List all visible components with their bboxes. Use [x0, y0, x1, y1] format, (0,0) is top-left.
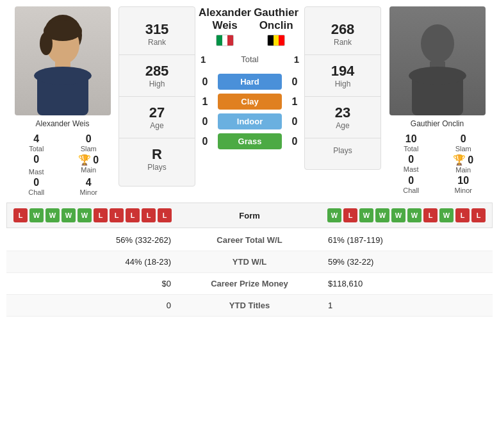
left-flag	[199, 35, 251, 47]
svg-point-7	[421, 24, 454, 63]
left-form-1: L	[13, 208, 28, 222]
left-rank-label: Rank	[119, 38, 195, 47]
career-wl-label: Career Total W/L	[180, 229, 319, 251]
trophy-icon-right: 🏆	[453, 154, 466, 166]
player-left-stats: 4 Total 0 Slam 0 Mast 🏆 0 Main	[6, 133, 119, 196]
left-minor-stat: 4 Minor	[65, 177, 113, 196]
right-player-name: GauthierOnclin	[251, 6, 301, 32]
left-high-label: High	[119, 79, 195, 88]
left-player-name: AlexanderWeis	[199, 6, 251, 32]
indoor-button[interactable]: Indoor	[218, 113, 282, 129]
left-form-8: L	[126, 208, 140, 222]
left-plays-block: R Plays	[119, 138, 195, 179]
trophy-icon-left: 🏆	[78, 154, 91, 166]
left-form-6: L	[94, 208, 108, 222]
svg-point-10	[409, 67, 466, 85]
total-label: Total	[241, 54, 258, 64]
left-rank-block: 315 Rank	[119, 13, 195, 55]
surface-row-hard: 0 Hard 0	[199, 74, 301, 90]
clay-right: 1	[288, 96, 301, 108]
clay-button[interactable]: Clay	[218, 94, 282, 110]
right-slam-stat: 0 Slam	[440, 133, 487, 153]
right-form-5: W	[391, 208, 405, 222]
stats-table: 56% (332-262) Career Total W/L 61% (187-…	[6, 229, 493, 317]
left-form-5: W	[78, 208, 92, 222]
grass-button[interactable]: Grass	[218, 133, 282, 149]
right-plays-block: Plays	[305, 138, 380, 163]
middle-names-row: AlexanderWeis GauthierOnclin	[199, 6, 301, 47]
player-left-name-label: Alexander Weis	[36, 119, 90, 128]
right-mast-stat: 0 Mast	[388, 154, 435, 174]
total-row: 1 Total 1	[200, 54, 299, 65]
left-name-block: AlexanderWeis	[199, 6, 251, 47]
right-age-value: 23	[305, 104, 380, 121]
right-form-10: L	[471, 208, 486, 222]
prize-label: Career Prize Money	[180, 273, 319, 295]
surface-row-grass: 0 Grass 0	[199, 133, 301, 149]
right-name-block: GauthierOnclin	[251, 6, 301, 47]
right-main-stat: 🏆 0 Main	[440, 154, 487, 174]
left-form-4: W	[61, 208, 76, 222]
left-age-value: 27	[119, 104, 195, 121]
right-age-block: 23 Age	[305, 97, 380, 138]
left-form-9: L	[142, 208, 156, 222]
left-form-10: L	[158, 208, 172, 222]
hard-left: 0	[199, 76, 211, 88]
right-form-3: W	[359, 208, 373, 222]
top-section: Alexander Weis 4 Total 0 Slam 0 Mast 🏆	[6, 6, 493, 196]
main-container: Alexander Weis 4 Total 0 Slam 0 Mast 🏆	[0, 0, 499, 323]
right-high-value: 194	[305, 63, 380, 79]
player-right-stats: 10 Total 0 Slam 0 Mast 🏆 0 Main	[381, 133, 493, 194]
grass-left: 0	[199, 136, 211, 147]
left-form-badges: L W W W W L L L L L	[13, 208, 172, 222]
hard-button[interactable]: Hard	[218, 74, 282, 90]
left-main-stat: 🏆 0 Main	[65, 154, 113, 176]
right-form-4: W	[375, 208, 389, 222]
right-plays-label: Plays	[305, 146, 380, 155]
titles-label: YTD Titles	[180, 295, 319, 317]
indoor-left: 0	[199, 116, 211, 128]
right-high-label: High	[305, 79, 380, 88]
right-form-badges: W L W W W W L W L L	[327, 208, 486, 222]
career-wl-left: 56% (332-262)	[6, 229, 180, 251]
surface-row-clay: 1 Clay 1	[199, 94, 301, 110]
left-plays-label: Plays	[119, 163, 195, 172]
svg-point-3	[40, 32, 53, 55]
right-rank-block: 268 Rank	[305, 13, 380, 55]
right-form-9: L	[455, 208, 470, 222]
player-right-photo	[389, 6, 486, 115]
left-slam-stat: 0 Slam	[65, 133, 113, 153]
right-flag	[251, 35, 301, 47]
clay-left: 1	[199, 96, 211, 108]
left-high-block: 285 High	[119, 55, 195, 97]
prize-right: $118,610	[319, 273, 493, 295]
left-plays-value: R	[119, 146, 195, 163]
indoor-right: 0	[288, 116, 301, 128]
ytd-wl-right: 59% (32-22)	[319, 251, 493, 273]
stats-row-1: 56% (332-262) Career Total W/L 61% (187-…	[6, 229, 493, 251]
right-age-label: Age	[305, 121, 380, 130]
hard-right: 0	[288, 76, 301, 88]
left-mast-stat: 0 Mast	[13, 154, 60, 176]
total-right-score: 1	[294, 54, 299, 65]
career-wl-right: 61% (187-119)	[319, 229, 493, 251]
right-form-8: W	[439, 208, 454, 222]
right-rank-label: Rank	[305, 38, 380, 47]
right-chall-stat: 0 Chall	[388, 175, 435, 194]
titles-left: 0	[6, 295, 180, 317]
player-left-photo	[15, 6, 111, 115]
left-form-7: L	[110, 208, 124, 222]
left-chall-stat: 0 Chall	[13, 177, 60, 196]
middle-section: AlexanderWeis GauthierOnclin 1 Total 1	[195, 6, 304, 149]
total-left-score: 1	[200, 54, 206, 65]
titles-right: 1	[319, 295, 493, 317]
stats-row-2: 44% (18-23) YTD W/L 59% (32-22)	[6, 251, 493, 273]
right-rank-value: 268	[305, 21, 380, 38]
svg-point-6	[34, 67, 92, 85]
right-minor-stat: 10 Minor	[440, 175, 487, 194]
right-center-stats: 268 Rank 194 High 23 Age Plays	[304, 6, 381, 170]
left-center-stats: 315 Rank 285 High 27 Age R Plays	[119, 6, 195, 187]
left-form-2: W	[29, 208, 44, 222]
left-age-block: 27 Age	[119, 97, 195, 138]
prize-left: $0	[6, 273, 180, 295]
